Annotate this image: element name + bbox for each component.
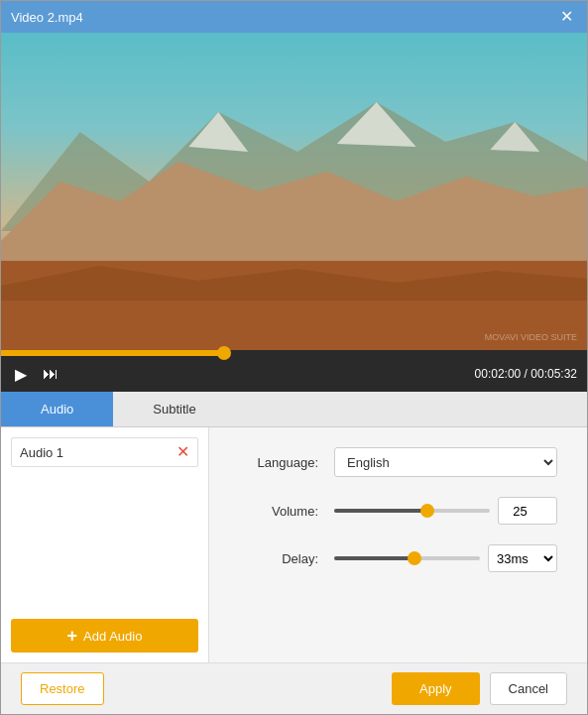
apply-button[interactable]: Apply — [392, 672, 480, 705]
content-area: Audio 1 ✕ + Add Audio Language: English … — [1, 427, 587, 662]
footer-bar: Restore Apply Cancel — [1, 662, 587, 714]
video-preview: MOVAVI VIDEO SUITE — [1, 33, 587, 350]
titlebar: Video 2.mp4 ✕ — [1, 1, 587, 33]
delay-select[interactable]: 33ms 66ms 100ms 200ms — [488, 544, 557, 572]
left-spacer — [11, 471, 198, 619]
current-time: 00:02:00 — [475, 367, 522, 381]
progress-bar-container[interactable] — [1, 350, 587, 356]
volume-label: Volume: — [239, 504, 318, 519]
volume-slider-track[interactable] — [334, 509, 490, 513]
delay-slider-fill — [334, 556, 414, 560]
delay-slider-track[interactable] — [334, 556, 480, 560]
close-button[interactable]: ✕ — [556, 7, 577, 27]
time-display: 00:02:00 / 00:05:32 — [475, 367, 577, 381]
volume-slider-container — [334, 497, 557, 525]
volume-input[interactable] — [498, 497, 557, 525]
delay-slider-thumb[interactable] — [408, 551, 421, 565]
audio-item-label: Audio 1 — [20, 445, 63, 460]
language-row: Language: English French German Spanish … — [239, 447, 557, 477]
total-time: 00:05:32 — [530, 367, 577, 381]
right-panel: Language: English French German Spanish … — [209, 427, 587, 662]
main-window: Video 2.mp4 ✕ — [0, 0, 588, 715]
cancel-button[interactable]: Cancel — [490, 672, 567, 705]
progress-thumb[interactable] — [217, 346, 231, 360]
tab-audio[interactable]: Audio — [1, 392, 113, 426]
language-label: Language: — [239, 455, 318, 470]
volume-row: Volume: — [239, 497, 557, 525]
delay-row: Delay: 33ms 66ms 100ms 200ms — [239, 544, 557, 572]
restore-button[interactable]: Restore — [21, 672, 104, 705]
delay-label: Delay: — [239, 551, 318, 566]
tabs-container: Audio Subtitle — [1, 392, 587, 427]
volume-slider-thumb[interactable] — [420, 504, 434, 518]
window-title: Video 2.mp4 — [11, 10, 83, 25]
remove-audio-button[interactable]: ✕ — [176, 444, 189, 460]
volume-slider-fill — [334, 509, 427, 513]
language-select[interactable]: English French German Spanish Japanese — [334, 447, 557, 477]
footer-right: Apply Cancel — [392, 672, 567, 705]
fast-forward-button[interactable]: ⏭ — [39, 363, 62, 385]
controls-bar: ▶ ⏭ 00:02:00 / 00:05:32 — [1, 356, 587, 392]
left-panel: Audio 1 ✕ + Add Audio — [1, 427, 209, 662]
add-audio-label: Add Audio — [83, 629, 142, 644]
audio-item: Audio 1 ✕ — [11, 437, 198, 467]
progress-bar-fill — [1, 350, 224, 356]
add-audio-button[interactable]: + Add Audio — [11, 619, 198, 653]
add-icon: + — [67, 627, 78, 645]
play-button[interactable]: ▶ — [11, 363, 31, 386]
delay-slider-container: 33ms 66ms 100ms 200ms — [334, 544, 557, 572]
video-watermark: MOVAVI VIDEO SUITE — [485, 332, 577, 342]
tab-subtitle[interactable]: Subtitle — [113, 392, 235, 426]
